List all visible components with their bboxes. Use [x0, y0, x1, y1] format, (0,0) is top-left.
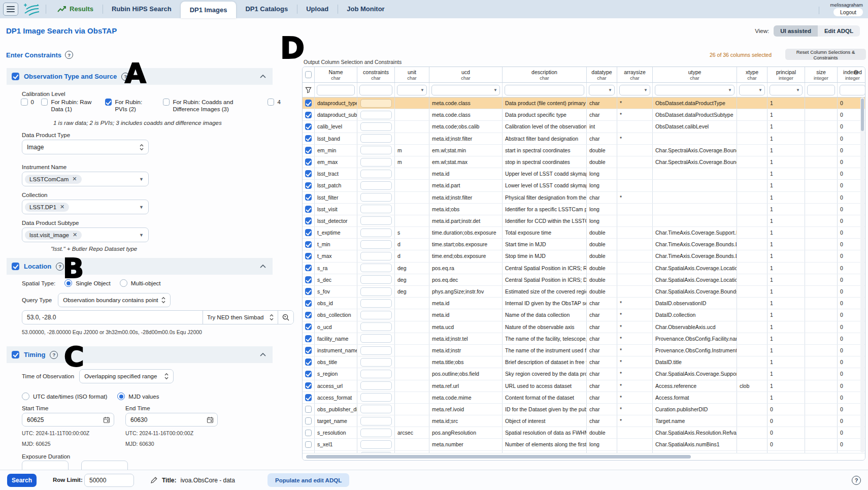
constraint-input[interactable]: [360, 346, 392, 355]
calib-option-4[interactable]: 4: [268, 99, 281, 106]
table-row-calib_level[interactable]: calib_levelmeta.code;obs.calibCalibratio…: [303, 121, 865, 133]
column-header-arraysize[interactable]: arraysizechar: [617, 67, 653, 82]
filter-select-unit[interactable]: ▼: [397, 85, 427, 95]
constraint-input[interactable]: [360, 417, 392, 426]
view-option-ui-assisted[interactable]: UI assisted: [774, 25, 818, 37]
row-checkbox[interactable]: [305, 253, 312, 260]
radio[interactable]: [22, 393, 29, 400]
filter-select-utype[interactable]: ▼: [655, 85, 735, 95]
column-header-principal[interactable]: principalinteger: [767, 67, 805, 82]
remove-icon[interactable]: ✕: [73, 232, 77, 238]
table-row-obs_collection[interactable]: obs_collectionmeta.idName of the data co…: [303, 309, 865, 321]
row-checkbox[interactable]: [305, 182, 312, 189]
populate-adql-button[interactable]: Populate and edit ADQL: [268, 473, 349, 487]
reset-columns-button[interactable]: Reset Column Selections & Constraints: [785, 49, 866, 60]
row-checkbox[interactable]: [305, 406, 312, 413]
constraint-input[interactable]: [360, 181, 392, 190]
select-all-checkbox[interactable]: [305, 71, 312, 78]
collapse-chevron-icon[interactable]: [260, 353, 266, 356]
table-row-instrument_name[interactable]: instrument_namemeta.id;instrThe name of …: [303, 345, 865, 356]
row-checkbox[interactable]: [305, 371, 312, 378]
constraint-input[interactable]: [360, 264, 392, 272]
tab-job-monitor[interactable]: Job Monitor: [338, 0, 393, 18]
row-checkbox[interactable]: [305, 170, 312, 177]
instrument-name-multiselect[interactable]: LSSTComCam✕ ▼: [22, 172, 149, 186]
data-product-type-select[interactable]: Image: [22, 140, 149, 154]
filter-input-description[interactable]: [505, 85, 584, 95]
row-checkbox[interactable]: [305, 417, 312, 424]
row-checkbox[interactable]: [305, 312, 312, 319]
collection-multiselect[interactable]: LSST.DP1✕ ▼: [22, 200, 149, 214]
checkbox[interactable]: [105, 99, 112, 106]
table-row-facility_name[interactable]: facility_namemeta.id;instr.telThe name o…: [303, 333, 865, 345]
filter-select-xtype[interactable]: ▼: [739, 85, 765, 95]
constraint-input[interactable]: [360, 311, 392, 319]
section-checkbox[interactable]: [12, 351, 19, 358]
calib-option-for-rubin-coadds-and-difference-images-3-[interactable]: For Rubin: Coadds and Difference Images …: [163, 99, 260, 113]
data-product-subtype-multiselect[interactable]: lsst.visit_image✕ ▼: [22, 227, 149, 242]
table-row-dataproduct_subtype[interactable]: dataproduct_subtypemeta.code.classData p…: [303, 109, 865, 121]
table-row-t_exptime[interactable]: t_exptimestime.duration;obs.exposureTota…: [303, 227, 865, 239]
constraint-input[interactable]: [360, 322, 392, 331]
constraint-input[interactable]: [360, 205, 392, 213]
constraint-input[interactable]: [360, 216, 392, 225]
collapse-chevron-icon[interactable]: [260, 75, 266, 78]
horizontal-scrollbar[interactable]: [303, 453, 865, 460]
time-format-utc-date-times-iso-format-[interactable]: UTC date/times (ISO format): [22, 393, 107, 400]
constraint-input[interactable]: [360, 440, 392, 449]
constraint-input[interactable]: [360, 252, 392, 260]
vertical-scrollbar[interactable]: [860, 97, 864, 452]
filter-select-datatype[interactable]: ▼: [589, 85, 615, 95]
scrollbar-thumb[interactable]: [861, 99, 864, 131]
tab-rubin-hips-search[interactable]: Rubin HiPS Search: [103, 0, 181, 18]
column-header-xtype[interactable]: xtypechar: [737, 67, 767, 82]
table-row-lsst_patch[interactable]: lsst_patchmeta.id.partLower level of LSS…: [303, 180, 865, 191]
row-checkbox[interactable]: [305, 123, 312, 130]
help-icon[interactable]: ?: [65, 51, 73, 59]
table-row-s_resolution[interactable]: s_resolutionarcsecpos.angResolutionSpati…: [303, 427, 865, 439]
column-header-unit[interactable]: unitchar: [395, 67, 429, 82]
row-checkbox[interactable]: [305, 335, 312, 342]
column-header-datatype[interactable]: datatypechar: [587, 67, 617, 82]
section-location[interactable]: Location ?: [7, 258, 273, 275]
filter-input-size[interactable]: [807, 85, 835, 95]
table-row-s_dec[interactable]: s_decdegpos.eq.decCentral Spatial Positi…: [303, 274, 865, 286]
pencil-icon[interactable]: [150, 476, 158, 484]
table-row-lsst_band[interactable]: lsst_bandmeta.id;instr.filterAbstract fi…: [303, 133, 865, 145]
constraint-input[interactable]: [360, 158, 392, 167]
table-row-s_fov[interactable]: s_fovdegphys.angSize;instr.fovEstimated …: [303, 286, 865, 298]
row-checkbox[interactable]: [305, 394, 312, 401]
section-timing[interactable]: Timing ?: [7, 346, 273, 363]
table-row-lsst_visit[interactable]: lsst_visitmeta.id;obsIdentifier for a sp…: [303, 204, 865, 215]
calendar-icon[interactable]: [207, 416, 214, 423]
constraint-input[interactable]: [360, 146, 392, 154]
tab-results[interactable]: Results: [48, 0, 103, 18]
scrollbar-thumb[interactable]: [306, 455, 691, 459]
constraint-input[interactable]: [360, 275, 392, 284]
filter-input-constraints[interactable]: [359, 85, 392, 95]
table-row-s_xel1[interactable]: s_xel1meta.numberNumber of elements alon…: [303, 439, 865, 450]
logout-button[interactable]: Logout: [833, 8, 863, 16]
table-row-obs_publisher_did[interactable]: obs_publisher_didmeta.ref.ivoidID for th…: [303, 404, 865, 415]
constraint-input[interactable]: [360, 334, 392, 343]
row-checkbox[interactable]: [305, 194, 312, 201]
resolve-search-button[interactable]: [278, 311, 293, 324]
constraint-input[interactable]: [360, 134, 392, 143]
row-checkbox[interactable]: [305, 347, 312, 354]
table-row-s_ra[interactable]: s_radegpos.eq.raCentral Spatial Position…: [303, 263, 865, 274]
table-row-o_ucd[interactable]: o_ucdmeta.ucdNature of the observable ax…: [303, 321, 865, 333]
start-time-input[interactable]: [22, 416, 103, 423]
table-row-access_format[interactable]: access_formatmeta.code.mimeContent forma…: [303, 392, 865, 404]
constraint-input[interactable]: [360, 370, 392, 378]
table-row-target_name[interactable]: target_namemeta.id;srcObject of interest…: [303, 415, 865, 427]
constraint-input[interactable]: [360, 122, 392, 131]
constraint-input[interactable]: [360, 358, 392, 367]
radio[interactable]: [117, 393, 125, 400]
constraint-input[interactable]: [360, 381, 392, 390]
filter-input-indexed[interactable]: [840, 85, 865, 95]
calib-option-for-rubin-pvis-2-[interactable]: For Rubin: PVIs (2): [105, 99, 156, 113]
row-limit-input[interactable]: [84, 474, 134, 487]
constraint-input[interactable]: [360, 393, 392, 402]
row-checkbox[interactable]: [305, 382, 312, 389]
row-checkbox[interactable]: [305, 206, 312, 213]
